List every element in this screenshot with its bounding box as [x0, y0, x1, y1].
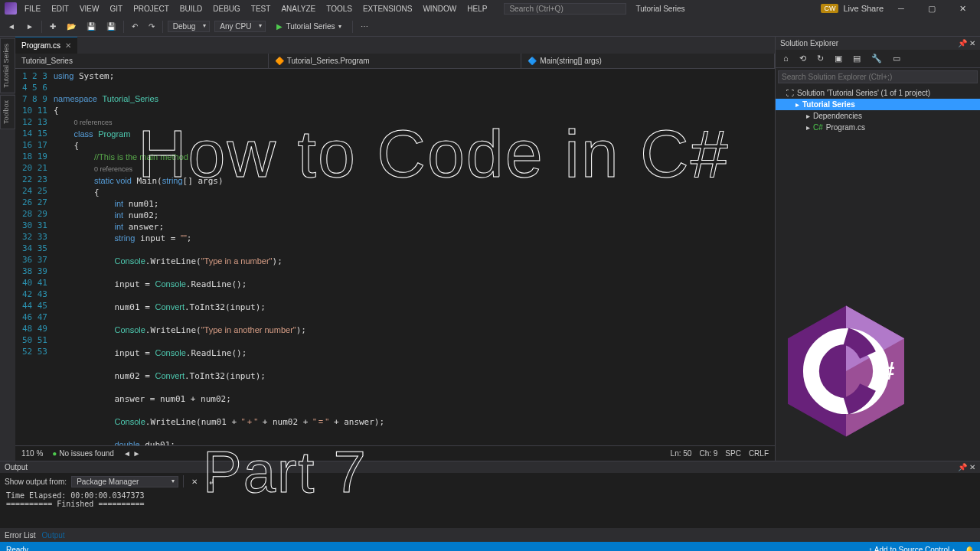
search-input[interactable]: Search (Ctrl+Q)	[504, 3, 626, 15]
ready-status: Ready	[6, 546, 28, 552]
solution-search	[776, 68, 980, 86]
editor-area: Program.cs ✕ Tutorial_Series 🔶 Tutorial_…	[15, 37, 775, 461]
close-panel-icon[interactable]: ✕	[969, 463, 975, 471]
redo-button[interactable]: ↷	[145, 21, 158, 32]
title-bar: FILEEDITVIEWGITPROJECTBUILDDEBUGTESTANAL…	[0, 0, 980, 17]
properties-icon[interactable]: 🔧	[868, 52, 885, 65]
play-icon: ▶	[276, 22, 283, 31]
output-panel: Output 📌 ✕ Show output from: Package Man…	[0, 461, 980, 528]
nav-namespace[interactable]: Tutorial_Series	[15, 54, 269, 68]
nav-back-button[interactable]: ◄	[5, 21, 18, 32]
menu-analyze[interactable]: ANALYZE	[276, 3, 320, 15]
wrap-icon[interactable]: ↲	[205, 476, 217, 487]
bottom-tab-strip: Error List Output	[0, 528, 980, 542]
tree-dependencies[interactable]: ▸ Dependencies	[776, 110, 980, 122]
tree-program-file[interactable]: ▸ C# Program.cs	[776, 122, 980, 133]
side-tab-project[interactable]: Tutorial Series	[0, 38, 15, 93]
maximize-button[interactable]: ▢	[919, 1, 945, 16]
platform-dropdown[interactable]: Any CPU	[214, 21, 266, 32]
issues-status[interactable]: No issues found	[59, 449, 114, 458]
zoom-level[interactable]: 110 %	[21, 449, 43, 458]
output-header: Output 📌 ✕	[0, 461, 980, 473]
menu-build[interactable]: BUILD	[175, 3, 207, 15]
home-icon[interactable]: ⌂	[780, 52, 792, 65]
preview-icon[interactable]: ▭	[890, 52, 903, 65]
file-tab-label: Program.cs	[21, 41, 60, 50]
nav-fwd-button[interactable]: ►	[23, 21, 37, 32]
close-button[interactable]: ✕	[949, 1, 975, 16]
user-badge[interactable]: CW	[821, 4, 838, 13]
solution-search-input[interactable]	[778, 70, 978, 83]
status-bar: Ready ↑ Add to Source Control ▴ 🔔	[0, 542, 980, 551]
refresh-icon[interactable]: ↻	[814, 52, 827, 65]
open-button[interactable]: 📂	[64, 21, 79, 32]
nav-class[interactable]: 🔶 Tutorial_Series.Program	[269, 54, 522, 68]
output-controls: Show output from: Package Manager ✕ ↲	[0, 473, 980, 490]
tree-solution-root[interactable]: ⛶ Solution 'Tutorial Series' (1 of 1 pro…	[776, 87, 980, 99]
clear-icon[interactable]: ✕	[188, 476, 201, 487]
show-all-icon[interactable]: ▤	[850, 52, 864, 65]
close-tab-icon[interactable]: ✕	[65, 41, 71, 50]
tab-error-list[interactable]: Error List	[5, 531, 36, 540]
menu-git[interactable]: GIT	[105, 3, 127, 15]
pin-icon[interactable]: 📌	[958, 39, 967, 47]
live-share-button[interactable]: Live Share	[843, 4, 884, 13]
file-tab-program[interactable]: Program.cs ✕	[15, 37, 77, 54]
new-button[interactable]: ✚	[47, 21, 59, 32]
save-all-button[interactable]: 💾	[103, 21, 119, 32]
code-content[interactable]: using System; namespace Tutorial_Series …	[54, 69, 775, 445]
line-indicator: Ln: 50	[671, 449, 692, 458]
show-output-label: Show output from:	[5, 478, 67, 486]
menu-help[interactable]: HELP	[462, 3, 492, 15]
menu-debug[interactable]: DEBUG	[208, 3, 245, 15]
file-tab-strip: Program.cs ✕	[15, 37, 775, 54]
solution-explorer-header: Solution Explorer 📌 ✕	[776, 37, 980, 50]
output-source-dropdown[interactable]: Package Manager	[71, 476, 178, 487]
checkmark-icon: ●	[52, 449, 57, 458]
toolbar-extra[interactable]: ⋯	[358, 21, 371, 32]
menu-test[interactable]: TEST	[247, 3, 276, 15]
nav-method[interactable]: 🔷 Main(string[] args)	[521, 54, 775, 68]
source-control-button[interactable]: ↑ Add to Source Control ▴	[869, 546, 956, 552]
tab-output[interactable]: Output	[42, 531, 65, 540]
menu-view[interactable]: VIEW	[75, 3, 104, 15]
config-dropdown[interactable]: Debug	[168, 21, 210, 32]
editor-status-line: 110 % ● No issues found ◄ ► Ln: 50 Ch: 9…	[15, 445, 775, 461]
notifications-icon[interactable]: 🔔	[965, 546, 974, 552]
lineending-indicator[interactable]: CRLF	[749, 449, 769, 458]
sync-icon[interactable]: ⟲	[796, 52, 809, 65]
menu-edit[interactable]: EDIT	[47, 3, 74, 15]
code-editor[interactable]: 1 2 3 4 5 6 7 8 9 10 11 12 13 14 15 16 1…	[15, 69, 775, 445]
main-toolbar: ◄ ► ✚ 📂 💾 💾 ↶ ↷ Debug Any CPU ▶ Tutorial…	[0, 17, 980, 37]
undo-button[interactable]: ↶	[129, 21, 141, 32]
menu-bar: FILEEDITVIEWGITPROJECTBUILDDEBUGTESTANAL…	[20, 3, 492, 15]
line-gutter: 1 2 3 4 5 6 7 8 9 10 11 12 13 14 15 16 1…	[15, 69, 54, 445]
collapse-icon[interactable]: ▣	[831, 52, 845, 65]
menu-tools[interactable]: TOOLS	[322, 3, 357, 15]
navigation-bar: Tutorial_Series 🔶 Tutorial_Series.Progra…	[15, 54, 775, 69]
indent-indicator[interactable]: SPC	[725, 449, 741, 458]
start-button[interactable]: ▶ Tutorial Series ▾	[270, 21, 347, 32]
menu-extensions[interactable]: EXTENSIONS	[358, 3, 416, 15]
output-text[interactable]: Time Elapsed: 00:00:00.0347373 =========…	[0, 490, 980, 528]
solution-name: Tutorial Series	[635, 5, 684, 13]
tree-project[interactable]: ▸ Tutorial Series	[776, 99, 980, 110]
side-tab-toolbox[interactable]: Toolbox	[0, 95, 15, 129]
menu-file[interactable]: FILE	[20, 3, 45, 15]
solution-explorer-toolbar: ⌂ ⟲ ↻ ▣ ▤ 🔧 ▭	[776, 50, 980, 68]
nav-arrows[interactable]: ◄ ►	[123, 449, 141, 458]
solution-explorer-panel: Solution Explorer 📌 ✕ ⌂ ⟲ ↻ ▣ ▤ 🔧 ▭ ⛶ So…	[775, 37, 980, 461]
close-panel-icon[interactable]: ✕	[969, 39, 975, 47]
vs-logo-icon	[5, 2, 17, 15]
pin-icon[interactable]: 📌	[958, 463, 967, 471]
menu-project[interactable]: PROJECT	[129, 3, 174, 15]
minimize-button[interactable]: ─	[888, 1, 914, 16]
solution-tree[interactable]: ⛶ Solution 'Tutorial Series' (1 of 1 pro…	[776, 86, 980, 135]
char-indicator: Ch: 9	[699, 449, 717, 458]
side-tab-well: Tutorial Series Toolbox	[0, 37, 15, 461]
menu-window[interactable]: WINDOW	[418, 3, 461, 15]
save-button[interactable]: 💾	[83, 21, 99, 32]
